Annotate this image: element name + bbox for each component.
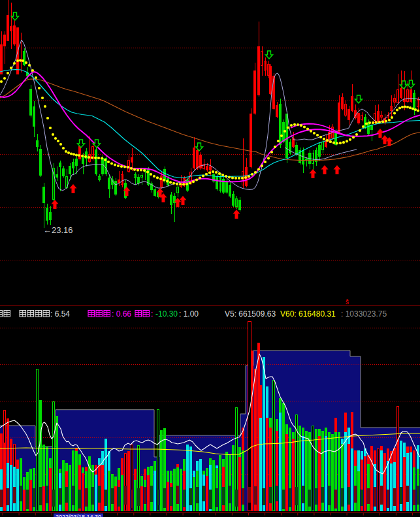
- svg-text:: 6.54: : 6.54: [50, 309, 70, 319]
- svg-text:2022/03/18 14:30: 2022/03/18 14:30: [56, 514, 101, 517]
- svg-text:←23.16: ←23.16: [43, 225, 73, 235]
- svg-text:: 1.00: : 1.00: [179, 309, 199, 319]
- svg-text:V60: 616480.31: V60: 616480.31: [280, 309, 336, 319]
- svg-text:V5: 661509.63: V5: 661509.63: [225, 309, 276, 319]
- svg-text::: :: [151, 309, 153, 319]
- svg-text:ŝ: ŝ: [346, 298, 349, 306]
- svg-text:-10.30: -10.30: [155, 309, 178, 319]
- svg-text:: 1033023.75: : 1033023.75: [341, 309, 387, 319]
- svg-text:: 0.66: : 0.66: [112, 309, 131, 319]
